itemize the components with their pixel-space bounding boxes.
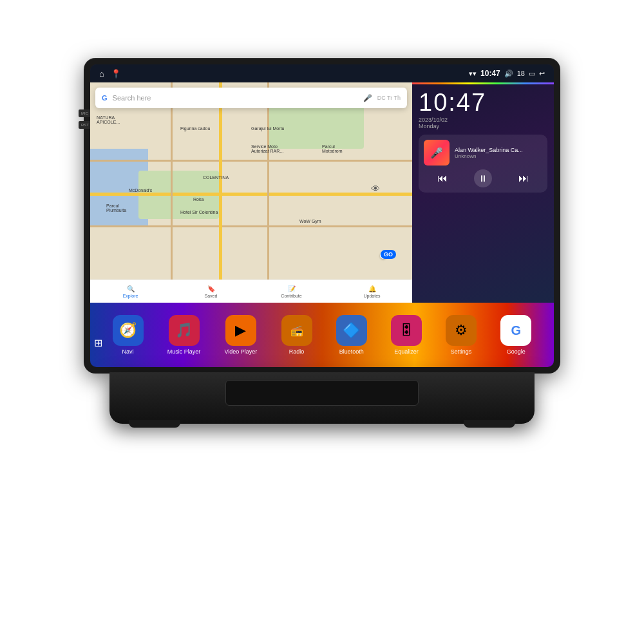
device-wrapper: MIC RST ⌂ 📍 ▾▾ 10:47 🔊 18 ▭ ↩ xyxy=(77,58,567,586)
video-player-icon: ▶ xyxy=(225,315,256,346)
music-info-row: 🎤 Alan Walker_Sabrina Ca... Unknown xyxy=(424,140,542,166)
device-body: MIC RST ⌂ 📍 ▾▾ 10:47 🔊 18 ▭ ↩ xyxy=(84,58,560,374)
map-view-icon[interactable]: 👁 xyxy=(371,184,380,194)
map-road-v2 xyxy=(267,82,269,303)
video-player-label: Video Player xyxy=(224,348,257,355)
explore-label: Explore xyxy=(123,294,138,298)
radio-icon: 📻 xyxy=(281,315,312,346)
map-search-bar[interactable]: G Search here 🎤 DC Tr Th xyxy=(95,88,407,108)
dock-foot-left xyxy=(129,420,180,428)
side-buttons: MIC RST xyxy=(79,109,91,129)
saved-icon: 🔖 xyxy=(207,285,215,292)
map-section[interactable]: NATURAAPICOLE... COLENTINA ParculPlumbui… xyxy=(90,82,412,303)
map-label-mcdonalds: McDonald's xyxy=(129,188,152,193)
app-equalizer[interactable]: 🎛 Equalizer xyxy=(391,315,422,355)
settings-label: Settings xyxy=(451,348,472,355)
map-bottom-bar: 🔍 Explore 🔖 Saved 📝 Contribute 🔔 xyxy=(90,279,412,303)
bluetooth-label: Bluetooth xyxy=(339,348,364,355)
music-artist: Unknown xyxy=(455,153,542,159)
screen: ⌂ 📍 ▾▾ 10:47 🔊 18 ▭ ↩ xyxy=(90,64,554,367)
clock-date: 2023/10/02 xyxy=(419,117,547,123)
equalizer-label: Equalizer xyxy=(394,348,419,355)
maps-icon[interactable]: 📍 xyxy=(111,69,121,79)
map-label-colentina: COLENTINA xyxy=(203,175,229,180)
prev-button[interactable]: ⏮ xyxy=(437,173,448,184)
clock-section: 10:47 2023/10/02 Monday xyxy=(419,89,547,129)
map-go-label: GO xyxy=(381,250,396,259)
contribute-icon: 📝 xyxy=(288,285,296,292)
map-saved-tab[interactable]: 🔖 Saved xyxy=(171,279,251,303)
search-placeholder: Search here xyxy=(113,94,151,102)
music-album-art: 🎤 xyxy=(424,140,450,166)
music-player-icon: 🎵 xyxy=(169,315,200,346)
map-label-parcul: ParculPlumbuita xyxy=(106,204,126,213)
status-right: ▾▾ 10:47 🔊 18 ▭ ↩ xyxy=(469,69,545,78)
map-road-h2 xyxy=(90,225,412,227)
map-road-v1 xyxy=(171,82,173,303)
updates-label: Updates xyxy=(363,294,380,298)
navi-icon: 🧭 xyxy=(113,315,144,346)
back-icon[interactable]: ↩ xyxy=(539,70,545,78)
app-google[interactable]: G Google xyxy=(500,315,531,355)
clock-day: Monday xyxy=(419,123,547,129)
main-content: NATURAAPICOLE... COLENTINA ParculPlumbui… xyxy=(90,82,554,303)
contribute-label: Contribute xyxy=(281,294,301,298)
wifi-icon: ▾▾ xyxy=(469,70,477,78)
music-title: Alan Walker_Sabrina Ca... xyxy=(455,147,542,153)
map-road-main-v xyxy=(219,82,222,303)
bluetooth-icon: 🔷 xyxy=(336,315,367,346)
dock-foot-right xyxy=(464,420,515,428)
map-updates-tab[interactable]: 🔔 Updates xyxy=(332,279,412,303)
music-widget: 🎤 Alan Walker_Sabrina Ca... Unknown ⏮ ⏸ … xyxy=(419,135,547,193)
app-video-player[interactable]: ▶ Video Player xyxy=(224,315,257,355)
status-bar: ⌂ 📍 ▾▾ 10:47 🔊 18 ▭ ↩ xyxy=(90,64,554,82)
map-label-parcul-motodrom: ParculMotodrom xyxy=(322,144,343,153)
map-road-main-h xyxy=(90,193,412,196)
map-label-garajul: Garajul lui Mortu xyxy=(251,126,284,131)
app-radio[interactable]: 📻 Radio xyxy=(281,315,312,355)
google-label: Google xyxy=(507,348,526,355)
explore-icon: 🔍 xyxy=(127,285,135,292)
app-navi[interactable]: 🧭 Navi xyxy=(113,315,144,355)
map-label-roka: Roka xyxy=(193,197,204,202)
app-grid-menu-button[interactable]: ⊞ xyxy=(94,337,102,349)
map-explore-tab[interactable]: 🔍 Explore xyxy=(90,279,171,303)
radio-label: Radio xyxy=(289,348,305,355)
map-label-hotel: Hotel Sir Colentina xyxy=(180,210,218,214)
map-label-service: Service MotoAutorizat RAR... xyxy=(251,144,283,153)
device-dock xyxy=(109,372,535,424)
app-grid-section: ⊞ 🧭 Navi 🎵 Music Player ▶ Video Player xyxy=(90,303,554,367)
mic-button[interactable]: MIC xyxy=(79,109,91,117)
updates-icon: 🔔 xyxy=(368,285,376,292)
map-contribute-tab[interactable]: 📝 Contribute xyxy=(251,279,332,303)
google-maps-logo: G xyxy=(102,94,108,102)
battery-level: 18 xyxy=(517,70,525,77)
map-road-h1 xyxy=(90,160,412,162)
dock-slot xyxy=(225,380,419,406)
music-details: Alan Walker_Sabrina Ca... Unknown xyxy=(455,147,542,159)
app-music-player[interactable]: 🎵 Music Player xyxy=(167,315,201,355)
battery-icon: ▭ xyxy=(529,70,535,78)
app-settings[interactable]: ⚙ Settings xyxy=(446,315,477,355)
rst-button[interactable]: RST xyxy=(79,121,91,129)
app-bluetooth[interactable]: 🔷 Bluetooth xyxy=(336,315,367,355)
right-panel: 10:47 2023/10/02 Monday 🎤 Alan Walker_Sa… xyxy=(412,82,554,303)
rainbow-accent xyxy=(412,82,554,84)
map-label-1: NATURAAPICOLE... xyxy=(97,115,120,124)
home-icon[interactable]: ⌂ xyxy=(99,69,104,79)
settings-icon: ⚙ xyxy=(446,315,477,346)
saved-label: Saved xyxy=(205,294,218,298)
music-controls: ⏮ ⏸ ⏭ xyxy=(424,169,542,187)
pause-button[interactable]: ⏸ xyxy=(474,169,492,187)
status-time: 10:47 xyxy=(480,69,500,78)
map-extra-icons: DC Tr Th xyxy=(377,95,401,101)
mic-search-icon[interactable]: 🎤 xyxy=(363,94,372,102)
map-label-wowgym: WoW Gym xyxy=(299,219,321,223)
status-left: ⌂ 📍 xyxy=(99,69,121,79)
next-button[interactable]: ⏭ xyxy=(518,173,529,184)
equalizer-icon: 🎛 xyxy=(391,315,422,346)
volume-icon: 🔊 xyxy=(504,70,513,78)
clock-time: 10:47 xyxy=(419,89,547,117)
music-player-label: Music Player xyxy=(167,348,201,355)
google-icon: G xyxy=(500,315,531,346)
